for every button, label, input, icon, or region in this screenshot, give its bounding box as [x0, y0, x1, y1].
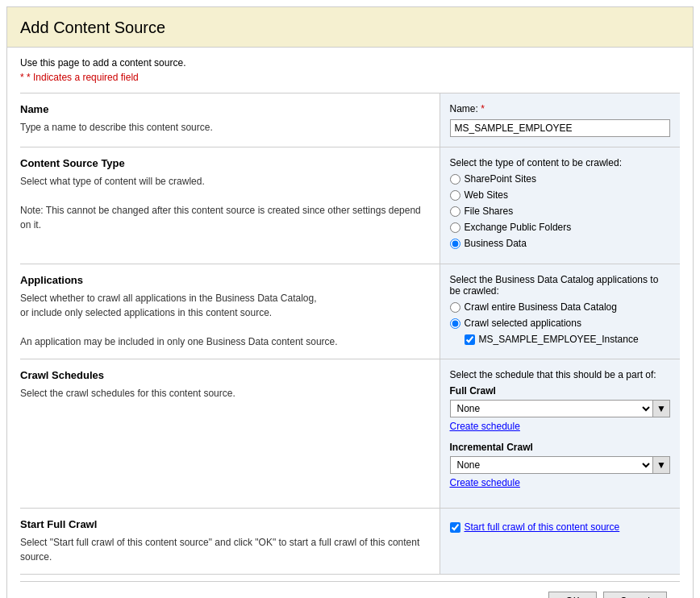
page-title-bar: Add Content Source: [7, 7, 693, 48]
radio-sharepoint: SharePoint Sites: [450, 173, 671, 185]
name-required-star: *: [481, 103, 485, 114]
incremental-crawl-dropdown-btn[interactable]: ▼: [653, 456, 670, 474]
radio-websites-label: Web Sites: [465, 189, 508, 201]
sfc-checkbox-wrapper: Start full crawl of this content source: [450, 521, 671, 533]
cst-heading: Content Source Type: [20, 157, 430, 169]
radio-exchange-input[interactable]: [450, 222, 460, 233]
apps-desc2: or include only selected applications in…: [20, 305, 430, 320]
radio-crawl-entire: Crawl entire Business Data Catalog: [450, 301, 671, 313]
radio-sharepoint-label: SharePoint Sites: [465, 173, 536, 185]
apps-right-cell: Select the Business Data Catalog applica…: [440, 264, 680, 359]
apps-checkbox-input[interactable]: [465, 334, 475, 345]
name-label-text: Name:: [450, 103, 478, 114]
radio-fileshares-input[interactable]: [450, 206, 460, 217]
radio-crawl-entire-label: Crawl entire Business Data Catalog: [465, 301, 617, 313]
apps-right-label: Select the Business Data Catalog applica…: [450, 274, 671, 297]
cs-heading: Crawl Schedules: [20, 369, 430, 381]
name-right-cell: Name: *: [440, 93, 680, 147]
apps-heading: Applications: [20, 274, 430, 286]
incremental-crawl-select[interactable]: None: [450, 456, 654, 474]
apps-checkbox-wrapper: MS_SAMPLE_EMPLOYEE_Instance: [465, 334, 671, 345]
name-row: Name Type a name to describe this conten…: [20, 93, 680, 147]
content-source-type-row: Content Source Type Select what type of …: [20, 147, 680, 264]
cst-left-cell: Content Source Type Select what type of …: [20, 147, 440, 264]
radio-websites-input[interactable]: [450, 190, 460, 201]
cst-right-cell: Select the type of content to be crawled…: [440, 147, 680, 264]
radio-businessdata-label: Business Data: [465, 238, 527, 249]
page-title: Add Content Source: [20, 19, 680, 37]
full-crawl-select-wrapper: None ▼: [450, 400, 671, 417]
full-crawl-label: Full Crawl: [450, 385, 671, 397]
incremental-crawl-create-link[interactable]: Create schedule: [450, 477, 520, 488]
radio-exchange: Exchange Public Folders: [450, 222, 671, 233]
incremental-crawl-select-wrapper: None ▼: [450, 456, 671, 474]
apps-desc: Select whether to crawl all applications…: [20, 291, 430, 349]
apps-desc3: An application may be included in only o…: [20, 334, 430, 349]
cst-desc1: Select what type of content will be craw…: [20, 174, 430, 232]
cancel-button[interactable]: Cancel: [603, 592, 667, 598]
apps-checkbox-item: MS_SAMPLE_EMPLOYEE_Instance: [465, 334, 671, 345]
sfc-desc: Select "Start full crawl of this content…: [20, 535, 430, 564]
page-content: Use this page to add a content source. *…: [7, 48, 693, 598]
crawl-schedules-row: Crawl Schedules Select the crawl schedul…: [20, 359, 680, 509]
cs-left-cell: Crawl Schedules Select the crawl schedul…: [20, 359, 440, 509]
sfc-right-cell: Start full crawl of this content source: [440, 509, 680, 575]
ok-button[interactable]: OK: [548, 592, 596, 598]
apps-desc1: Select whether to crawl all applications…: [20, 291, 430, 305]
sfc-left-cell: Start Full Crawl Select "Start full craw…: [20, 509, 440, 575]
required-note-text: * Indicates a required field: [27, 72, 139, 83]
incremental-crawl-label: Incremental Crawl: [450, 442, 671, 453]
radio-websites: Web Sites: [450, 189, 671, 201]
radio-fileshares-label: File Shares: [465, 206, 514, 217]
full-crawl-create-link[interactable]: Create schedule: [450, 421, 520, 432]
radio-sharepoint-input[interactable]: [450, 174, 460, 185]
radio-crawl-selected-label: Crawl selected applications: [465, 318, 581, 329]
sfc-checkbox-input[interactable]: [450, 522, 460, 533]
name-right-label: Name: *: [450, 103, 671, 114]
radio-businessdata-input[interactable]: [450, 239, 460, 249]
main-table: Name Type a name to describe this conten…: [20, 93, 680, 575]
page-wrapper: Add Content Source Use this page to add …: [6, 6, 694, 598]
cst-radio-group: SharePoint Sites Web Sites File Shares: [450, 173, 671, 249]
apps-radio-group: Crawl entire Business Data Catalog Crawl…: [450, 301, 671, 345]
cs-right-cell: Select the schedule that this should be …: [440, 359, 680, 509]
applications-row: Applications Select whether to crawl all…: [20, 264, 680, 359]
start-full-crawl-row: Start Full Crawl Select "Start full craw…: [20, 509, 680, 575]
required-star: *: [20, 72, 24, 83]
name-input[interactable]: [450, 119, 671, 137]
name-heading: Name: [20, 103, 430, 115]
full-crawl-dropdown-btn[interactable]: ▼: [653, 400, 670, 417]
cs-right-content: Select the schedule that this should be …: [450, 369, 671, 498]
sfc-checkbox-label[interactable]: Start full crawl of this content source: [465, 521, 620, 533]
radio-fileshares: File Shares: [450, 206, 671, 217]
required-note: * * Indicates a required field: [20, 72, 680, 83]
cs-right-label: Select the schedule that this should be …: [450, 369, 671, 380]
cst-desc2-text: Note: This cannot be changed after this …: [20, 203, 430, 232]
intro-text: Use this page to add a content source.: [20, 57, 680, 69]
apps-checkbox-label: MS_SAMPLE_EMPLOYEE_Instance: [479, 334, 639, 345]
full-crawl-select[interactable]: None: [450, 400, 654, 417]
radio-businessdata: Business Data: [450, 238, 671, 249]
cst-right-label: Select the type of content to be crawled…: [450, 157, 671, 168]
sfc-heading: Start Full Crawl: [20, 518, 430, 530]
cst-desc1-text: Select what type of content will be craw…: [20, 174, 430, 189]
radio-crawl-entire-input[interactable]: [450, 302, 460, 313]
name-desc: Type a name to describe this content sou…: [20, 120, 430, 135]
cs-desc: Select the crawl schedules for this cont…: [20, 386, 430, 401]
radio-crawl-selected: Crawl selected applications: [450, 318, 671, 329]
radio-exchange-label: Exchange Public Folders: [465, 222, 572, 233]
radio-crawl-selected-input[interactable]: [450, 318, 460, 329]
name-left-cell: Name Type a name to describe this conten…: [20, 93, 440, 147]
footer-buttons: OK Cancel: [20, 581, 680, 598]
apps-left-cell: Applications Select whether to crawl all…: [20, 264, 440, 359]
